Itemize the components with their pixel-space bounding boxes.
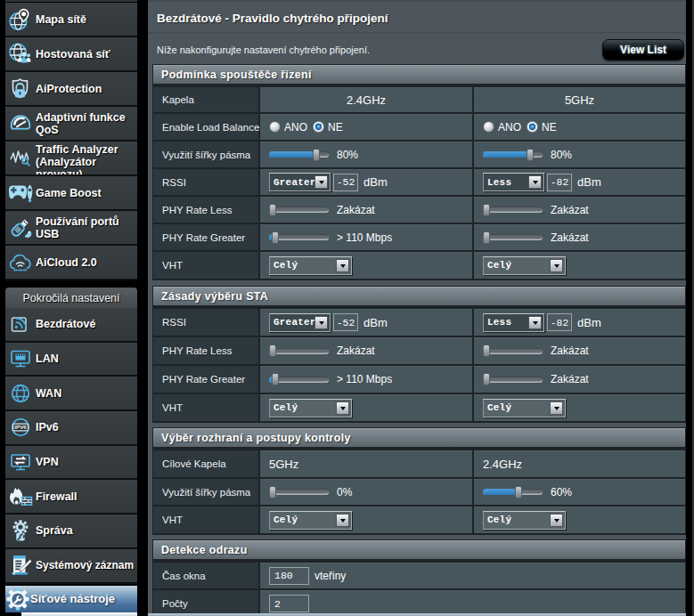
svg-text:IPV6: IPV6: [14, 425, 27, 431]
